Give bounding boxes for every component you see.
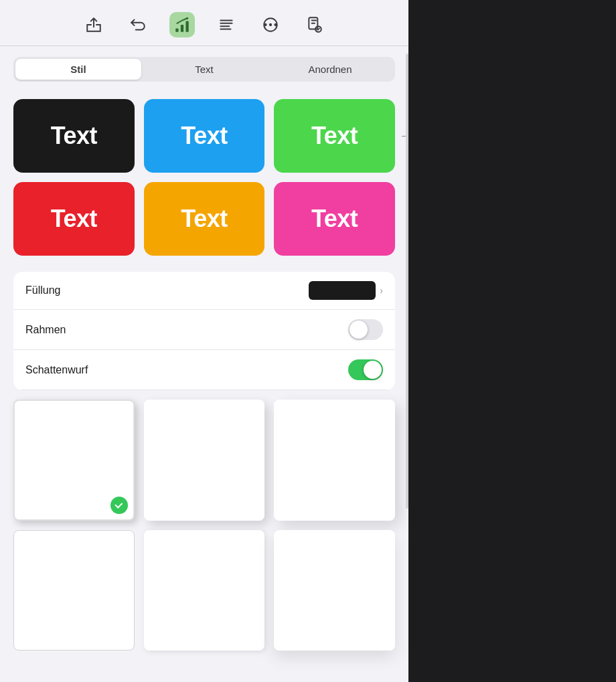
style-grid: Text Text Text Text Text Text (0, 90, 408, 265)
style-card-green-label: Text (311, 122, 358, 150)
shadow-option-1[interactable] (13, 400, 135, 521)
shadow-row[interactable]: Schattenwurf (13, 350, 395, 390)
fill-chevron-icon: › (380, 285, 383, 296)
border-toggle[interactable] (348, 319, 383, 340)
style-card-orange[interactable]: Text (144, 182, 265, 256)
shadow-grid (0, 390, 408, 657)
more-icon[interactable] (258, 12, 283, 37)
shadow-label: Schattenwurf (25, 364, 348, 376)
style-card-orange-label: Text (181, 205, 227, 233)
shadow-option-5[interactable] (144, 530, 265, 651)
tab-anordnen[interactable]: Anordnen (267, 59, 393, 80)
svg-rect-1 (181, 25, 183, 32)
shadow-toggle[interactable] (348, 359, 383, 380)
shadow-selected-checkmark (110, 497, 128, 514)
share-icon[interactable] (81, 12, 106, 37)
dark-panel (408, 0, 616, 682)
format-icon[interactable] (169, 12, 195, 37)
svg-point-9 (269, 23, 272, 26)
reader-icon[interactable] (302, 12, 327, 37)
shadow-option-3[interactable] (274, 400, 395, 521)
style-card-black[interactable]: Text (13, 99, 135, 173)
shadow-option-6[interactable] (274, 530, 395, 651)
border-row[interactable]: Rahmen (13, 310, 395, 350)
style-card-blue[interactable]: Text (144, 99, 265, 173)
style-card-red[interactable]: Text (13, 182, 135, 256)
svg-rect-2 (185, 21, 188, 32)
tab-text[interactable]: Text (141, 59, 267, 80)
tab-stil[interactable]: Stil (15, 59, 141, 80)
style-card-green[interactable]: Text (274, 99, 395, 173)
shadow-option-2[interactable] (144, 400, 265, 521)
shadow-option-4[interactable] (13, 530, 135, 651)
style-card-black-label: Text (51, 122, 97, 150)
svg-point-3 (186, 17, 188, 19)
style-card-pink[interactable]: Text (274, 182, 395, 256)
fill-label: Füllung (25, 284, 309, 296)
svg-rect-0 (175, 28, 178, 31)
shadow-toggle-thumb (364, 361, 382, 379)
style-card-blue-label: Text (181, 122, 227, 150)
fill-color-swatch[interactable] (309, 281, 376, 300)
panel: Stil Text Anordnen Text Text Text Text T… (0, 0, 408, 682)
style-card-red-label: Text (51, 205, 97, 233)
undo-icon[interactable] (125, 12, 151, 37)
toolbar (0, 0, 408, 46)
style-card-pink-label: Text (311, 205, 358, 233)
properties-section: Füllung › Rahmen Schattenwurf (13, 272, 395, 390)
fill-row[interactable]: Füllung › (13, 272, 395, 310)
border-toggle-thumb (350, 321, 368, 339)
text-lines-icon[interactable] (214, 12, 239, 37)
tab-bar: Stil Text Anordnen (13, 57, 395, 82)
border-label: Rahmen (25, 324, 348, 336)
